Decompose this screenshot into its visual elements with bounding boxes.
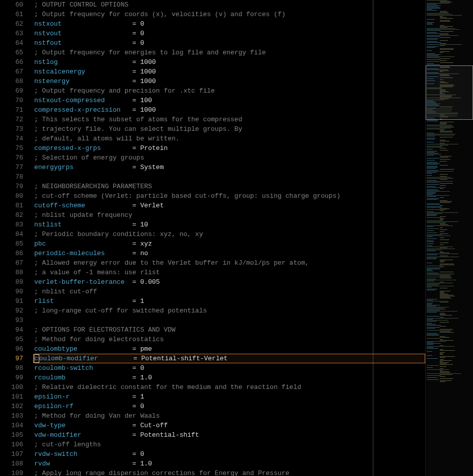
code-line[interactable]: rvdw = 1.0 bbox=[34, 459, 425, 468]
code-body[interactable]: ; OUTPUT CONTROL OPTIONS; Output frequen… bbox=[29, 0, 425, 476]
code-line[interactable]: ; default, all atoms will be written. bbox=[34, 134, 425, 143]
code-line[interactable]: ; OPTIONS FOR ELECTROSTATICS AND VDW bbox=[34, 325, 425, 335]
minimap[interactable] bbox=[425, 0, 473, 476]
code-line[interactable]: coulomb-modifier = Potential-shift-Verle… bbox=[34, 354, 425, 363]
line-number: 83 bbox=[0, 220, 23, 229]
code-line[interactable]: ; Method for doing electrostatics bbox=[34, 335, 425, 344]
code-line[interactable]: ; cut-off scheme (Verlet: particle based… bbox=[34, 191, 425, 201]
minimap-line bbox=[427, 269, 440, 269]
minimap-line bbox=[427, 155, 434, 155]
code-line[interactable]: nstvout = 0 bbox=[34, 29, 425, 38]
minimap-line bbox=[440, 27, 447, 28]
code-line[interactable]: energygrps = System bbox=[34, 163, 425, 172]
code-line[interactable]: coulombtype = pme bbox=[34, 344, 425, 354]
code-line[interactable]: epsilon-r = 1 bbox=[34, 392, 425, 402]
line-number: 105 bbox=[0, 430, 23, 440]
minimap-line bbox=[427, 211, 434, 212]
code-line[interactable]: ; nblist cut-off bbox=[34, 287, 425, 296]
param-value: 0 bbox=[140, 403, 144, 410]
line-number: 65 bbox=[0, 48, 23, 57]
code-line[interactable]: nstxout = 0 bbox=[34, 19, 425, 29]
minimap-line bbox=[440, 62, 453, 63]
minimap-line bbox=[427, 232, 437, 233]
param-key: epsilon-rf bbox=[34, 403, 73, 410]
code-line[interactable]: rvdw-switch = 0 bbox=[34, 449, 425, 459]
minimap-line bbox=[427, 257, 459, 257]
minimap-line bbox=[440, 227, 443, 228]
code-line[interactable]: rcoulomb = 1.0 bbox=[34, 373, 425, 382]
line-number: 80 bbox=[0, 191, 23, 201]
code-line[interactable]: pbc = xyz bbox=[34, 239, 425, 249]
code-line[interactable]: ; Relative dielectric constant for the m… bbox=[34, 382, 425, 392]
minimap-line bbox=[440, 223, 445, 224]
minimap-line bbox=[440, 122, 454, 122]
code-line[interactable] bbox=[34, 315, 425, 325]
param-key: nstxout-compressed bbox=[34, 97, 105, 104]
minimap-line bbox=[427, 14, 452, 15]
code-line[interactable]: ; Apply long range dispersion correction… bbox=[34, 468, 425, 476]
code-line[interactable]: cutoff-scheme = Verlet bbox=[34, 201, 425, 210]
code-line[interactable]: verlet-buffer-tolerance = 0.005 bbox=[34, 277, 425, 287]
code-line[interactable]: ; NEIGHBORSEARCHING PARAMETERS bbox=[34, 182, 425, 191]
code-line[interactable]: compressed-x-precision = 1000 bbox=[34, 105, 425, 115]
minimap-line bbox=[427, 138, 435, 138]
minimap-line bbox=[427, 57, 440, 58]
code-line[interactable]: ; Output frequency for energies to log f… bbox=[34, 48, 425, 57]
minimap-line bbox=[440, 150, 448, 150]
code-line[interactable]: rcoulomb-switch = 0 bbox=[34, 363, 425, 373]
minimap-line bbox=[440, 40, 448, 41]
code-line[interactable]: ; Periodic boundary conditions: xyz, no,… bbox=[34, 229, 425, 239]
minimap-line bbox=[427, 346, 454, 347]
code-line[interactable]: nstcalcenergy = 1000 bbox=[34, 67, 425, 76]
line-number: 61 bbox=[0, 10, 23, 19]
minimap-line bbox=[427, 305, 440, 305]
param-key: rcoulomb-switch bbox=[34, 364, 93, 372]
code-line[interactable]: ; trajectory file. You can select multip… bbox=[34, 124, 425, 134]
code-line[interactable]: nstlog = 1000 bbox=[34, 57, 425, 67]
code-line[interactable]: ; cut-off lengths bbox=[34, 440, 425, 449]
minimap-line bbox=[427, 46, 439, 47]
minimap-line bbox=[440, 370, 443, 371]
equals-sign: = bbox=[132, 374, 140, 381]
code-line[interactable]: nstenergy = 1000 bbox=[34, 76, 425, 86]
code-line[interactable]: ; Output frequency for coords (x), veloc… bbox=[34, 10, 425, 19]
minimap-viewport[interactable] bbox=[426, 65, 473, 120]
minimap-line bbox=[440, 218, 444, 219]
minimap-line bbox=[427, 29, 459, 30]
param-key: vdw-modifier bbox=[34, 431, 82, 439]
code-line[interactable]: ; Method for doing Van der Waals bbox=[34, 411, 425, 421]
code-line[interactable]: nstxout-compressed = 100 bbox=[34, 96, 425, 105]
code-line[interactable]: nstfout = 0 bbox=[34, 38, 425, 48]
code-line[interactable]: ; This selects the subset of atoms for t… bbox=[34, 115, 425, 124]
code-line[interactable]: ; Output frequency and precision for .xt… bbox=[34, 86, 425, 96]
code-line[interactable] bbox=[34, 172, 425, 182]
code-area[interactable]: 6061626364656667686970717273747576777879… bbox=[0, 0, 425, 476]
minimap-line bbox=[440, 165, 448, 166]
code-line[interactable]: periodic-molecules = no bbox=[34, 249, 425, 258]
code-line[interactable]: vdw-type = Cut-off bbox=[34, 421, 425, 430]
code-line[interactable]: epsilon-rf = 0 bbox=[34, 402, 425, 411]
code-line[interactable]: ; a value of -1 means: use rlist bbox=[34, 268, 425, 277]
minimap-line bbox=[440, 363, 446, 364]
param-key: rcoulomb bbox=[34, 374, 65, 381]
code-line[interactable]: ; Allowed energy error due to the Verlet… bbox=[34, 258, 425, 268]
code-line[interactable]: ; Selection of energy groups bbox=[34, 153, 425, 163]
line-number: 97 bbox=[0, 354, 23, 363]
minimap-line bbox=[427, 215, 436, 216]
minimap-line bbox=[427, 379, 439, 380]
line-number: 109 bbox=[0, 468, 23, 476]
code-line[interactable]: ; OUTPUT CONTROL OPTIONS bbox=[34, 0, 425, 10]
comment-text: ; Output frequency for energies to log f… bbox=[34, 49, 266, 56]
param-value: Potential-shift-Verlet bbox=[141, 355, 228, 362]
minimap-line bbox=[427, 312, 437, 312]
code-line[interactable]: nstlist = 10 bbox=[34, 220, 425, 229]
code-line[interactable]: ; nblist update frequency bbox=[34, 210, 425, 220]
code-line[interactable]: ; long-range cut-off for switched potent… bbox=[34, 306, 425, 315]
minimap-line bbox=[427, 307, 449, 307]
code-line[interactable]: rlist = 1 bbox=[34, 296, 425, 306]
minimap-line bbox=[427, 192, 436, 193]
minimap-line bbox=[427, 311, 457, 311]
minimap-line bbox=[427, 281, 434, 281]
code-line[interactable]: vdw-modifier = Potential-shift bbox=[34, 430, 425, 440]
code-line[interactable]: compressed-x-grps = Protein bbox=[34, 143, 425, 153]
